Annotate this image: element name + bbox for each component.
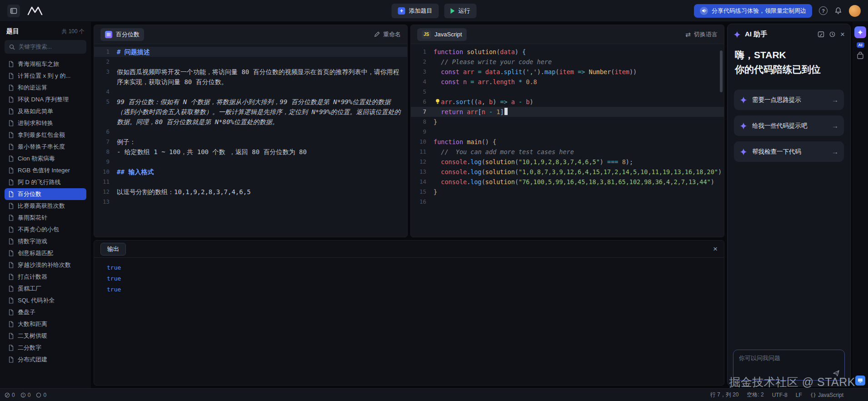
panel-toggle-button[interactable] xyxy=(7,5,20,17)
right-toolbar: AI xyxy=(853,22,868,388)
problem-line[interactable]: 1# 问题描述 xyxy=(94,47,407,57)
problem-line[interactable]: 12以逗号分割的数组：10,1,9,2,8,3,7,4,6,5 xyxy=(94,187,407,197)
problem-line[interactable]: 11 xyxy=(94,177,407,187)
line-number: 13 xyxy=(411,167,434,177)
code-line[interactable]: 1function solution(data) { xyxy=(411,47,724,57)
code-line[interactable]: 11 // You can add more test cases here xyxy=(411,147,724,157)
problem-line[interactable]: 2 xyxy=(94,57,407,67)
problem-icon xyxy=(105,31,112,38)
sidebar-item[interactable]: 打点计数器 xyxy=(5,271,86,283)
sidebar-item[interactable]: 穿越沙漠的补给次数 xyxy=(5,259,86,271)
sidebar-item[interactable]: 比赛最高获胜次数 xyxy=(5,200,86,212)
cursor-position[interactable]: 行 7，列 20 xyxy=(710,391,739,399)
code-line[interactable]: 2 // Please write your code here xyxy=(411,57,724,67)
info-count[interactable]: 0 xyxy=(36,392,46,398)
sidebar-item[interactable]: 创意标题匹配 xyxy=(5,247,86,259)
indentation[interactable]: 空格: 2 xyxy=(747,391,763,399)
ai-suggestion-card[interactable]: 需要一点思路提示→ xyxy=(734,90,844,110)
code-line[interactable]: 8} xyxy=(411,117,724,127)
problem-line[interactable]: 6 xyxy=(94,127,407,137)
switch-language-button[interactable]: ⇄ 切换语言 xyxy=(685,30,718,39)
sidebar-item[interactable]: RGB 色值转 Integer xyxy=(5,165,86,176)
sparkle-icon xyxy=(739,122,748,130)
problem-line[interactable]: 8- 给定数组 1 ~ 100，共 100 个数 ，返回 80 百分位数为 80 xyxy=(94,147,407,157)
code-line[interactable]: 4 const n = arr.length * 0.8 xyxy=(411,77,724,87)
avatar[interactable] xyxy=(849,5,861,17)
encoding[interactable]: UTF-8 xyxy=(772,392,788,398)
ai-input[interactable] xyxy=(739,354,839,371)
problem-line[interactable]: 9 xyxy=(94,157,407,167)
problem-line[interactable]: 7例子： xyxy=(94,137,407,147)
sidebar-item[interactable]: 蛋糕工厂 xyxy=(5,283,86,295)
sidebar-item-selected[interactable]: 百分位数 xyxy=(5,188,86,200)
ai-suggestion-card[interactable]: 帮我检查一下代码→ xyxy=(734,141,844,162)
search-box[interactable] xyxy=(5,40,86,54)
problem-line[interactable]: 599 百分位数：假如有 N 个数据，将数据从小到大排列，99 百分位数是第 N… xyxy=(94,97,407,127)
sidebar-item[interactable]: 阿 D 的飞行路线 xyxy=(5,176,86,188)
monitor-icon[interactable] xyxy=(855,376,865,386)
sidebar-item[interactable]: 不再贪心的小包 xyxy=(5,224,86,236)
close-output-icon[interactable]: × xyxy=(713,245,718,254)
history-icon[interactable] xyxy=(829,31,836,38)
warning-count[interactable]: 0 xyxy=(20,392,31,398)
sidebar-item[interactable]: 青海湖租车之旅 xyxy=(5,58,86,70)
code-line[interactable]: 5 xyxy=(411,87,724,97)
output-tab[interactable]: 输出 xyxy=(100,243,126,256)
run-button[interactable]: 运行 xyxy=(444,4,477,18)
problem-line[interactable]: 10## 输入格式 xyxy=(94,167,407,177)
sidebar-item[interactable]: 和的逆运算 xyxy=(5,82,86,94)
sidebar-item[interactable]: 及格如此简单 xyxy=(5,105,86,117)
sidebar-item[interactable]: 计算位置 x 到 y 的... xyxy=(5,70,86,82)
code-line[interactable]: 6 arr.sort((a, b) => a - b) xyxy=(411,97,724,107)
sidebar-item[interactable]: Cion 勒索病毒 xyxy=(5,153,86,165)
sidebar-item[interactable]: 分布式团建 xyxy=(5,354,86,366)
code-line[interactable]: 16 xyxy=(411,197,724,207)
sidebar-item[interactable]: 最小替换子串长度 xyxy=(5,141,86,153)
language-tab[interactable]: JS JavaScript xyxy=(417,28,467,41)
code-line[interactable]: 10function main() { xyxy=(411,137,724,147)
sidebar-item[interactable]: 二分数字 xyxy=(5,342,86,354)
problem-line[interactable]: 3假如西瓜视频即将开发一个功能，将访问量 80 百分位数的视频显示在首页的推荐列… xyxy=(94,67,407,87)
secondary-tool-icon[interactable] xyxy=(856,52,864,60)
code-line[interactable]: 12 console.log(solution("10,1,9,2,8,3,7,… xyxy=(411,157,724,167)
ai-toggle-button[interactable] xyxy=(854,26,866,38)
problem-content[interactable]: 1# 问题描述23假如西瓜视频即将开发一个功能，将访问量 80 百分位数的视频显… xyxy=(94,44,407,237)
bell-icon[interactable] xyxy=(834,7,842,15)
problem-line[interactable]: 13 xyxy=(94,197,407,207)
language-mode[interactable]: {} JavaScript xyxy=(810,392,843,398)
sidebar-item[interactable]: 进制求和转换 xyxy=(5,117,86,129)
eol[interactable]: LF xyxy=(796,392,802,398)
ai-suggestion-card[interactable]: 给我一些代码提示吧→ xyxy=(734,115,844,136)
sidebar-item[interactable]: SQL 代码补全 xyxy=(5,295,86,306)
document-icon xyxy=(8,345,14,351)
sidebar-item[interactable]: 叠盘子 xyxy=(5,306,86,318)
error-count[interactable]: 0 xyxy=(5,392,15,398)
add-problem-button[interactable]: + 添加题目 xyxy=(392,4,439,18)
code-line[interactable]: 7 return arr[n - 1] xyxy=(411,107,724,117)
new-chat-icon[interactable] xyxy=(818,31,824,38)
rename-button[interactable]: 重命名 xyxy=(374,30,401,39)
sidebar-item[interactable]: 大数和距离 xyxy=(5,318,86,330)
sidebar-item[interactable]: 猜数字游戏 xyxy=(5,236,86,247)
problem-line[interactable]: 4 xyxy=(94,87,407,97)
sidebar-item[interactable]: 暴雨梨花针 xyxy=(5,212,86,224)
code-line[interactable]: 14 console.log(solution("76,100,5,99,16,… xyxy=(411,177,724,187)
code-line[interactable]: 3 const arr = data.split(',').map(item =… xyxy=(411,67,724,77)
sparkle-icon xyxy=(857,29,863,35)
code-line[interactable]: 9 xyxy=(411,127,724,137)
code-text: // You can add more test cases here xyxy=(434,147,724,157)
sidebar-item[interactable]: 拿到最多红包金额 xyxy=(5,129,86,141)
code-line[interactable]: 15} xyxy=(411,187,724,197)
sidebar-item[interactable]: 二叉树供暖 xyxy=(5,330,86,342)
sidebar-item[interactable]: 环状 DNA 序列整理 xyxy=(5,94,86,105)
promo-banner[interactable]: 分享代码练习体验，领限量定制周边 xyxy=(694,4,812,18)
line-number: 11 xyxy=(94,177,117,187)
search-input[interactable] xyxy=(19,44,82,50)
problem-tab[interactable]: 百分位数 xyxy=(100,28,144,41)
help-icon[interactable]: ? xyxy=(819,6,828,15)
code-content[interactable]: 1function solution(data) {2 // Please wr… xyxy=(411,44,724,237)
lightbulb-icon[interactable] xyxy=(434,98,441,105)
close-ai-icon[interactable]: × xyxy=(840,30,845,38)
line-number: 6 xyxy=(94,127,117,137)
code-line[interactable]: 13 console.log(solution("1,0,8,7,3,9,12,… xyxy=(411,167,724,177)
